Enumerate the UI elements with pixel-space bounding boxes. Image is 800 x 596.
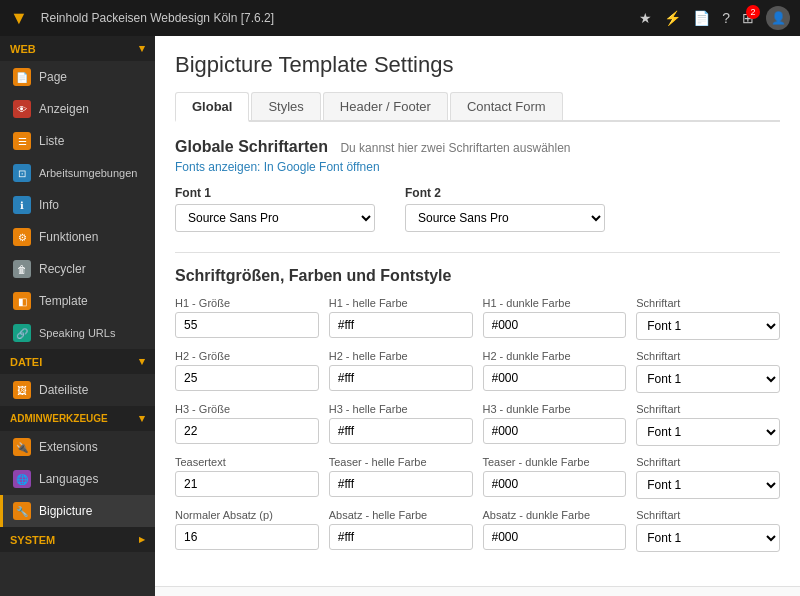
sidebar-item-recycler[interactable]: 🗑 Recycler — [0, 253, 155, 285]
absatz-dark-input[interactable] — [483, 524, 627, 550]
absatz-font-label: Schriftart — [636, 509, 780, 521]
tab-styles[interactable]: Styles — [251, 92, 320, 120]
sidebar-item-bigpicture-label: Bigpicture — [39, 504, 92, 518]
sidebar-item-arbeitsumgebungen-label: Arbeitsumgebungen — [39, 167, 137, 179]
help-icon[interactable]: ? — [722, 10, 730, 26]
font2-select[interactable]: Source Sans Pro Roboto Open Sans — [405, 204, 605, 232]
h2-light-input[interactable] — [329, 365, 473, 391]
sidebar-item-speaking-urls[interactable]: 🔗 Speaking URLs — [0, 317, 155, 349]
h1-size-input[interactable] — [175, 312, 319, 338]
h1-light-label: H1 - helle Farbe — [329, 297, 473, 309]
h3-size-input[interactable] — [175, 418, 319, 444]
page-title: Bigpicture Template Settings — [175, 52, 780, 78]
sidebar-item-page-label: Page — [39, 70, 67, 84]
h2-size-input[interactable] — [175, 365, 319, 391]
h1-size-group: H1 - Größe — [175, 297, 319, 340]
h1-dark-input[interactable] — [483, 312, 627, 338]
absatz-dark-label: Absatz - dunkle Farbe — [483, 509, 627, 521]
sidebar-item-dateiliste-label: Dateiliste — [39, 383, 88, 397]
h1-font-label: Schriftart — [636, 297, 780, 309]
h3-dark-group: H3 - dunkle Farbe — [483, 403, 627, 446]
sidebar-section-adminwerkzeuge[interactable]: ADMINWERKZEUGE ▾ — [0, 406, 155, 431]
teaser-font-select[interactable]: Font 1 Font 2 — [636, 471, 780, 499]
recycler-icon: 🗑 — [13, 260, 31, 278]
teaser-light-input[interactable] — [329, 471, 473, 497]
sidebar-item-info-label: Info — [39, 198, 59, 212]
h2-size-group: H2 - Größe — [175, 350, 319, 393]
absatz-dark-group: Absatz - dunkle Farbe — [483, 509, 627, 552]
funktionen-icon: ⚙ — [13, 228, 31, 246]
tab-header-footer[interactable]: Header / Footer — [323, 92, 448, 120]
h3-font-select[interactable]: Font 1 Font 2 — [636, 418, 780, 446]
sidebar-item-languages[interactable]: 🌐 Languages — [0, 463, 155, 495]
h2-font-label: Schriftart — [636, 350, 780, 362]
languages-icon: 🌐 — [13, 470, 31, 488]
sidebar-section-web[interactable]: WEB ▾ — [0, 36, 155, 61]
avatar[interactable]: 👤 — [766, 6, 790, 30]
typo-row-h2: H2 - Größe H2 - helle Farbe H2 - dunkle … — [175, 350, 780, 393]
typo-row-h1: H1 - Größe H1 - helle Farbe H1 - dunkle … — [175, 297, 780, 340]
font2-label: Font 2 — [405, 186, 605, 200]
h1-light-input[interactable] — [329, 312, 473, 338]
transparency-section: Transparenz der Content Box Hintergründe… — [155, 586, 800, 596]
sidebar: WEB ▾ 📄 Page 👁 Anzeigen ☰ Liste ⊡ Arbeit… — [0, 36, 155, 596]
liste-icon: ☰ — [13, 132, 31, 150]
sidebar-section-system-label: SYSTEM — [10, 534, 55, 546]
h1-size-label: H1 - Größe — [175, 297, 319, 309]
sidebar-item-recycler-label: Recycler — [39, 262, 86, 276]
h1-dark-label: H1 - dunkle Farbe — [483, 297, 627, 309]
absatz-font-select[interactable]: Font 1 Font 2 — [636, 524, 780, 552]
arbeitsumgebungen-icon: ⊡ — [13, 164, 31, 182]
font1-group: Font 1 Source Sans Pro Roboto Open Sans — [175, 186, 375, 232]
teaser-size-input[interactable] — [175, 471, 319, 497]
h1-font-select[interactable]: Font 1 Font 2 — [636, 312, 780, 340]
info-icon: ℹ — [13, 196, 31, 214]
tab-global[interactable]: Global — [175, 92, 249, 122]
sidebar-item-extensions-label: Extensions — [39, 440, 98, 454]
font2-group: Font 2 Source Sans Pro Roboto Open Sans — [405, 186, 605, 232]
teaser-dark-group: Teaser - dunkle Farbe — [483, 456, 627, 499]
sidebar-item-funktionen[interactable]: ⚙ Funktionen — [0, 221, 155, 253]
speaking-urls-icon: 🔗 — [13, 324, 31, 342]
sidebar-section-datei[interactable]: DATEI ▾ — [0, 349, 155, 374]
font1-label: Font 1 — [175, 186, 375, 200]
sidebar-section-datei-label: DATEI — [10, 356, 42, 368]
typo-row-teaser: Teasertext Teaser - helle Farbe Teaser -… — [175, 456, 780, 499]
tab-contact-form[interactable]: Contact Form — [450, 92, 563, 120]
bolt-icon[interactable]: ⚡ — [664, 10, 681, 26]
sidebar-item-arbeitsumgebungen[interactable]: ⊡ Arbeitsumgebungen — [0, 157, 155, 189]
sidebar-section-web-arrow: ▾ — [139, 42, 145, 55]
h2-dark-label: H2 - dunkle Farbe — [483, 350, 627, 362]
h3-light-input[interactable] — [329, 418, 473, 444]
star-icon[interactable]: ★ — [639, 10, 652, 26]
sidebar-item-anzeigen[interactable]: 👁 Anzeigen — [0, 93, 155, 125]
sidebar-item-template[interactable]: ◧ Template — [0, 285, 155, 317]
document-icon[interactable]: 📄 — [693, 10, 710, 26]
h2-font-select[interactable]: Font 1 Font 2 — [636, 365, 780, 393]
h2-light-label: H2 - helle Farbe — [329, 350, 473, 362]
absatz-light-group: Absatz - helle Farbe — [329, 509, 473, 552]
notification-icon[interactable]: ⊞ — [742, 10, 754, 26]
sidebar-item-page[interactable]: 📄 Page — [0, 61, 155, 93]
fonts-link[interactable]: Fonts anzeigen: In Google Font öffnen — [175, 160, 780, 174]
h2-dark-input[interactable] — [483, 365, 627, 391]
h3-dark-input[interactable] — [483, 418, 627, 444]
typo-row-h3: H3 - Größe H3 - helle Farbe H3 - dunkle … — [175, 403, 780, 446]
absatz-size-input[interactable] — [175, 524, 319, 550]
sidebar-item-info[interactable]: ℹ Info — [0, 189, 155, 221]
h2-light-group: H2 - helle Farbe — [329, 350, 473, 393]
template-icon: ◧ — [13, 292, 31, 310]
sidebar-item-bigpicture[interactable]: 🔧 Bigpicture — [0, 495, 155, 527]
font-row: Font 1 Source Sans Pro Roboto Open Sans … — [175, 186, 780, 232]
teaser-dark-input[interactable] — [483, 471, 627, 497]
page-icon: 📄 — [13, 68, 31, 86]
sidebar-item-extensions[interactable]: 🔌 Extensions — [0, 431, 155, 463]
absatz-light-input[interactable] — [329, 524, 473, 550]
topbar-icons: ★ ⚡ 📄 ? ⊞ 👤 — [639, 6, 790, 30]
tabs-bar: Global Styles Header / Footer Contact Fo… — [175, 92, 780, 122]
font1-select[interactable]: Source Sans Pro Roboto Open Sans — [175, 204, 375, 232]
sidebar-section-system[interactable]: SYSTEM ▸ — [0, 527, 155, 552]
sidebar-item-funktionen-label: Funktionen — [39, 230, 98, 244]
sidebar-item-liste[interactable]: ☰ Liste — [0, 125, 155, 157]
sidebar-item-dateiliste[interactable]: 🖼 Dateiliste — [0, 374, 155, 406]
